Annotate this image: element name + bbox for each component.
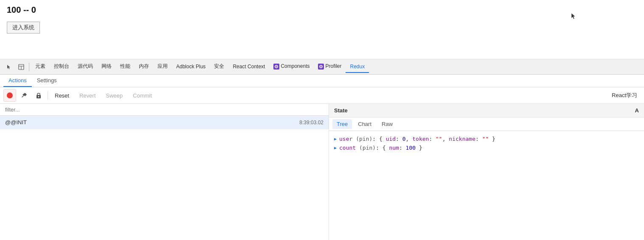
separator-1	[29, 63, 29, 71]
tab-network[interactable]: 网络	[97, 60, 116, 73]
tab-memory[interactable]: 内存	[135, 60, 153, 73]
svg-point-10	[38, 96, 39, 98]
tab-application[interactable]: 应用	[153, 60, 172, 73]
state-key-user: user	[339, 136, 352, 142]
svg-point-8	[321, 66, 321, 67]
cursor-icon	[571, 13, 576, 20]
state-pin-count: (pin)	[356, 145, 376, 151]
tab-elements[interactable]: 元素	[31, 60, 50, 73]
action-name: @@INIT	[5, 119, 27, 126]
redux-devtools: Actions Settings Reset Revert Sweep Comm…	[0, 75, 644, 240]
state-nickname-key: nickname	[449, 136, 475, 142]
state-header: State A	[329, 104, 644, 117]
tab-adblock[interactable]: Adblock Plus	[172, 61, 210, 73]
state-num-value: 100	[406, 145, 416, 151]
top-area: 100 -- 0 进入系统	[0, 0, 644, 59]
tab-actions[interactable]: Actions	[3, 75, 32, 87]
lock-button[interactable]	[32, 89, 45, 102]
right-panel: State A Tree Chart Raw ▶ user (pin) : { …	[329, 104, 644, 240]
state-num-key: num	[389, 145, 399, 151]
left-panel: @@INIT 8:39:03.02	[0, 104, 329, 240]
sweep-button[interactable]: Sweep	[101, 89, 127, 101]
tab-components[interactable]: Components	[269, 61, 314, 73]
action-time: 8:39:03.02	[299, 120, 323, 126]
state-tab-raw[interactable]: Raw	[377, 119, 397, 129]
instance-label: React学习	[612, 92, 641, 99]
devtools-bar: 元素 控制台 源代码 网络 性能 内存 应用 Adblock Plus 安全 R…	[0, 59, 644, 75]
tab-sources[interactable]: 源代码	[73, 60, 97, 73]
state-header-right: A	[635, 107, 639, 114]
tab-redux[interactable]: Redux	[346, 61, 369, 73]
state-line-count: ▶ count (pin) : { num : 100 }	[334, 143, 639, 152]
state-pin-user: (pin)	[352, 136, 372, 142]
commit-button[interactable]: Commit	[129, 89, 156, 101]
state-brace-count: : {	[376, 145, 389, 151]
redux-toolbar: Reset Revert Sweep Commit React学习	[0, 87, 644, 104]
state-uid-key: uid	[386, 136, 396, 142]
state-brace-user: : {	[372, 136, 385, 142]
state-tab-chart[interactable]: Chart	[354, 119, 376, 129]
state-uid-value: 0	[402, 136, 406, 142]
tab-console[interactable]: 控制台	[50, 60, 73, 73]
tab-react-context[interactable]: React Context	[228, 61, 269, 73]
state-tabs: Tree Chart Raw	[329, 117, 644, 131]
state-key-count: count	[339, 145, 356, 151]
action-item[interactable]: @@INIT 8:39:03.02	[0, 116, 329, 129]
cursor-tool-icon[interactable]	[3, 61, 15, 73]
expand-icon-count[interactable]: ▶	[334, 145, 337, 150]
state-line-user: ▶ user (pin) : { uid : 0 , token : "" , …	[334, 134, 639, 143]
svg-point-5	[276, 66, 277, 67]
state-content: ▶ user (pin) : { uid : 0 , token : "" , …	[329, 131, 644, 240]
enter-system-button[interactable]: 进入系统	[7, 22, 40, 33]
reset-button[interactable]: Reset	[51, 89, 73, 101]
panel-icon[interactable]	[15, 61, 27, 73]
page-title: 100 -- 0	[7, 5, 637, 15]
record-dot	[7, 92, 13, 98]
state-token-key: token	[412, 136, 429, 142]
tab-security[interactable]: 安全	[210, 60, 228, 73]
components-icon	[273, 64, 279, 70]
filter-input[interactable]	[0, 104, 329, 116]
revert-button[interactable]: Revert	[75, 89, 100, 101]
lock-icon	[36, 92, 42, 99]
content-area: @@INIT 8:39:03.02 State A Tree Chart Raw…	[0, 104, 644, 240]
profiler-icon	[318, 64, 324, 70]
state-tab-tree[interactable]: Tree	[332, 119, 352, 129]
tab-settings[interactable]: Settings	[32, 75, 62, 87]
pin-button[interactable]	[18, 89, 31, 102]
state-header-label: State	[334, 107, 348, 114]
tab-performance[interactable]: 性能	[116, 60, 135, 73]
pin-icon	[21, 92, 28, 99]
expand-icon-user[interactable]: ▶	[334, 137, 337, 141]
record-button[interactable]	[3, 89, 16, 102]
redux-tabs: Actions Settings	[0, 75, 644, 87]
tab-profiler[interactable]: Profiler	[314, 61, 346, 73]
state-nickname-value: ""	[482, 136, 489, 142]
state-token-value: ""	[436, 136, 442, 142]
actions-list: @@INIT 8:39:03.02	[0, 116, 329, 240]
toolbar-sep-1	[48, 91, 48, 100]
